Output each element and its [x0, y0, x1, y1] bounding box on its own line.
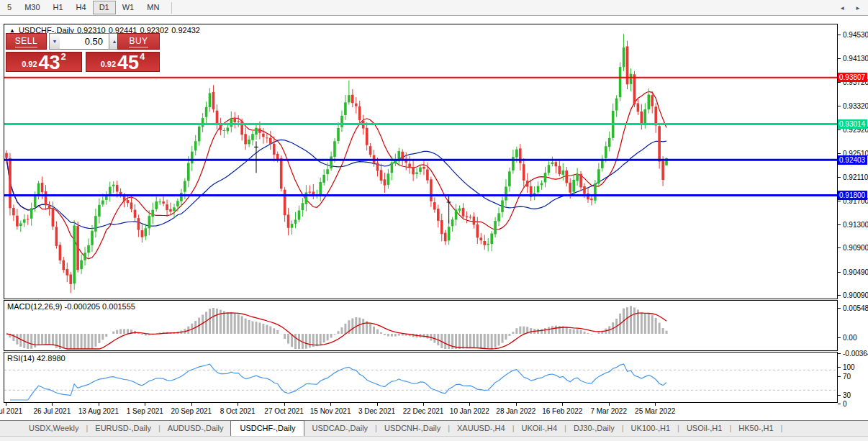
timeframe-button-h1[interactable]: H1: [47, 1, 70, 14]
macd-axis-label: -0.00364: [838, 350, 868, 358]
price-axis: 0.945300.941300.937200.933200.929200.925…: [838, 24, 868, 418]
date-label: 26 Jul 2021: [34, 407, 71, 415]
candle-body: [326, 169, 329, 174]
sell-price-box[interactable]: 0.92 43 2: [6, 52, 82, 72]
tab-eurusd-daily[interactable]: EURUSD-,Daily: [88, 421, 158, 436]
tab-usdcad-daily[interactable]: USDCAD-,Daily: [304, 421, 375, 436]
buy-price-box[interactable]: 0.92 45 4: [86, 52, 160, 72]
sell-button[interactable]: SELL: [6, 33, 47, 50]
tab-dj30-daily[interactable]: DJ30-,Daily: [566, 421, 622, 436]
date-label: 7 Jul 2021: [0, 407, 22, 415]
tab-uk100-h1[interactable]: UK100-,H1: [624, 421, 677, 436]
candle-body: [462, 208, 465, 217]
date-label: 15 Nov 2021: [310, 407, 351, 415]
candle-body: [590, 199, 593, 200]
buy-button[interactable]: BUY: [117, 33, 160, 50]
chevron-down-icon: ▼: [53, 39, 58, 44]
date-label: 27 Oct 2021: [264, 407, 303, 415]
candle-body: [180, 193, 183, 201]
candle-body: [173, 207, 176, 211]
date-label: 20 Sep 2021: [171, 407, 212, 415]
tab-usdx-weekly[interactable]: USDX,Weekly: [22, 421, 86, 436]
tab-usoil-h1[interactable]: USOil-,H1: [679, 421, 730, 436]
candle-body: [27, 219, 30, 219]
price-tick-label: 0.92110: [838, 173, 868, 181]
buy-price-pip: 4: [140, 51, 145, 62]
date-label: 7 Mar 2022: [590, 407, 627, 415]
candle-body: [155, 201, 158, 209]
candle-body: [408, 164, 411, 168]
tab-scroll-right-icon[interactable]: ►: [855, 5, 861, 12]
date-label: 28 Jan 2022: [496, 407, 535, 415]
volume-input[interactable]: [60, 33, 109, 50]
candle-body: [505, 187, 507, 201]
candle-body: [337, 128, 340, 141]
timeframe-button-5[interactable]: 5: [1, 1, 18, 14]
candle-body: [466, 217, 469, 218]
candle-body: [437, 209, 440, 221]
candle-body: [508, 171, 511, 186]
candle-body: [415, 173, 418, 174]
rsi-label: RSI(14) 42.8980: [7, 354, 65, 363]
volume-decrease-button[interactable]: ▼: [49, 33, 60, 50]
candle-body: [80, 260, 83, 270]
candle-body: [244, 134, 247, 144]
timeframe-button-d1[interactable]: D1: [93, 1, 116, 14]
timeframe-button-mn[interactable]: MN: [140, 1, 166, 14]
macd-signal-value: 0.001555: [102, 302, 135, 311]
date-tick-mark: [6, 403, 6, 406]
tab-ukoil-h4[interactable]: UKOil-,H4: [515, 421, 565, 436]
candle-body: [494, 221, 497, 235]
rsi-axis-label: 0: [838, 400, 847, 408]
candle-body: [319, 182, 322, 195]
date-tick-mark: [284, 403, 285, 406]
tab-xauusd-h4[interactable]: XAUUSD-,H4: [450, 421, 512, 436]
timeframe-button-w1[interactable]: W1: [116, 1, 141, 14]
date-tick-mark: [99, 403, 99, 406]
candle-body: [526, 181, 529, 186]
candle-body: [73, 225, 76, 283]
candle-body: [559, 166, 561, 174]
candle-body: [87, 245, 90, 253]
date-label: 16 Feb 2022: [542, 407, 582, 415]
macd-label: MACD(12,26,9) -0.000205 0.001555: [7, 302, 135, 311]
candle-body: [16, 216, 19, 227]
candle-body: [273, 144, 276, 155]
candle-body: [291, 224, 294, 227]
macd-main-value: -0.000205: [64, 302, 100, 311]
candle-body: [237, 121, 240, 122]
candle-body: [266, 137, 268, 138]
candle-body: [223, 130, 226, 131]
tab-hk50-h1[interactable]: HK50-,H1: [731, 421, 780, 436]
tab-scroll-left-icon[interactable]: ◄: [839, 5, 845, 12]
candle-body: [248, 140, 250, 144]
tab-usdchf-daily[interactable]: USDCHF-,Daily: [230, 420, 304, 436]
rsi-axis-label: 100: [838, 363, 855, 371]
buy-price-prefix: 0.92: [101, 60, 116, 68]
candle-body: [497, 213, 500, 221]
candle-body: [630, 74, 633, 84]
candle-body: [302, 203, 304, 210]
tick-mark: [838, 295, 841, 296]
candle-body: [333, 141, 336, 157]
tick-mark: [838, 337, 841, 338]
rsi-chart[interactable]: [4, 353, 837, 402]
candle-body: [369, 146, 372, 155]
candle-body: [187, 163, 190, 181]
timeframe-button-h4[interactable]: H4: [70, 1, 93, 14]
candle-body: [654, 106, 657, 125]
buy-price-digits: 45: [117, 55, 139, 71]
tab-usdcnh-daily[interactable]: USDCNH-,Daily: [377, 421, 448, 436]
candle-body: [426, 170, 429, 181]
tick-mark: [838, 308, 841, 309]
price-tick-value: 0.90490: [843, 268, 868, 276]
price-tick-label: 0.94530: [838, 31, 868, 39]
tab-audusd-daily[interactable]: AUDUSD-,Daily: [161, 421, 231, 436]
candle-body: [351, 95, 354, 104]
timeframe-button-m30[interactable]: M30: [18, 1, 46, 14]
candle-body: [137, 218, 140, 230]
candle-body: [41, 183, 44, 192]
candle-body: [483, 241, 486, 245]
candle-body: [166, 204, 168, 210]
candle-body: [448, 227, 451, 240]
